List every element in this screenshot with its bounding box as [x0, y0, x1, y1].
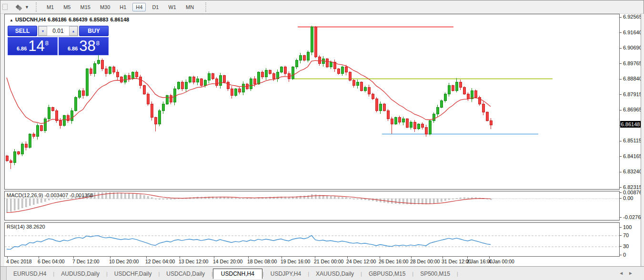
toolbar: ▼ M1M5M15M30H1H4D1W1MN — [0, 0, 644, 14]
time-axis-label: 12 Dec 04:00 — [145, 259, 175, 264]
selection-tool-icon[interactable] — [2, 4, 8, 10]
mt4-window: ▼ M1M5M15M30H1H4D1W1MN ▲USDCNH,H46.86186… — [0, 0, 644, 280]
price-axis-tick — [620, 32, 622, 33]
price-axis-label: 6.86965 — [623, 107, 642, 112]
rsi-label: RSI(14) 38.2620 — [7, 224, 45, 230]
price-axis-tick — [620, 48, 622, 49]
price-axis-tick — [620, 156, 622, 157]
macd-axis-tick — [620, 198, 622, 199]
rsi-axis-label: 70 — [623, 232, 629, 238]
timeframe-button-w1[interactable]: W1 — [165, 3, 180, 11]
window-right-edge — [641, 14, 644, 280]
price-axis[interactable]: 6.925656.916406.906906.897656.888406.879… — [620, 14, 641, 266]
new-order-icon[interactable] — [16, 4, 21, 10]
macd-label: MACD(12,26,9) -0.003407 -0.001358 — [7, 192, 93, 198]
toolbar-separator — [36, 2, 38, 12]
dropdown-caret-icon[interactable]: ▼ — [25, 5, 29, 10]
timeframe-button-m30[interactable]: M30 — [97, 3, 113, 11]
tab-scroll-arrows: ◄► — [619, 270, 638, 276]
price-axis-label: 6.84165 — [623, 153, 642, 159]
price-axis-tick — [620, 110, 622, 110]
price-axis-label: 6.91640 — [623, 30, 642, 35]
timeframe-button-h4[interactable]: H4 — [132, 3, 146, 11]
chart-tab-usdchf[interactable]: USDCHF,Daily — [108, 269, 159, 279]
tabs-holder: EURUSD,H4|AUDUSD,Daily|USDCHF,Daily|USDC… — [7, 268, 458, 279]
price-axis-tick — [620, 63, 622, 64]
rsi-axis-tick — [620, 235, 622, 236]
price-axis-tick — [620, 79, 622, 80]
main-chart-pane[interactable]: ▲USDCNH,H46.861866.864396.858836.86148 S… — [4, 14, 620, 190]
time-axis-label: 21 Dec 00:00 — [314, 259, 343, 264]
chart-tab-gbpusd[interactable]: GBPUSD,M15 — [362, 269, 412, 279]
rsi-chart[interactable] — [5, 223, 619, 256]
tab-scroll-right-icon[interactable]: ► — [628, 270, 638, 276]
timeframe-button-h1[interactable]: H1 — [116, 3, 130, 11]
rsi-indicator-pane[interactable]: RSI(14) 38.2620 — [4, 222, 620, 257]
rsi-axis-label: 30 — [623, 243, 629, 249]
chart-tab-usdjpy[interactable]: USDJPY,H4 — [264, 269, 308, 279]
timeframe-button-m15[interactable]: M15 — [77, 3, 93, 11]
ohlc-low: 6.85883 — [90, 17, 109, 22]
buy-button[interactable]: BUY — [79, 26, 109, 36]
macd-axis-label: 0.00 — [623, 195, 633, 201]
rsi-axis-tick — [620, 246, 622, 247]
macd-chart[interactable] — [5, 191, 619, 220]
sell-price-prefix: 6.86 — [17, 46, 27, 51]
macd-axis-tick — [620, 192, 622, 193]
time-axis-label: 4 Jan 00:00 — [488, 259, 514, 264]
chart-tab-audusd[interactable]: AUDUSD,Daily — [54, 269, 106, 279]
time-axis-label: 14 Dec 20:00 — [213, 259, 242, 264]
macd-axis-tick — [620, 217, 622, 218]
chart-tab-usdcad[interactable]: USDCAD,Daily — [160, 269, 211, 279]
buy-price-pip: 8 — [96, 40, 100, 47]
timeframe-button-group: M1M5M15M30H1H4D1W1MN — [42, 3, 199, 11]
collapse-panel-icon[interactable]: ▲ — [10, 18, 13, 22]
price-axis-tick — [620, 187, 622, 188]
timeframe-button-m1[interactable]: M1 — [43, 3, 57, 11]
symbol-label: USDCNH,H4 — [15, 17, 46, 22]
sell-price-tile[interactable]: 6.86 14 8 — [8, 37, 58, 55]
ohlc-close: 6.86148 — [110, 17, 129, 22]
price-axis-tick — [620, 172, 622, 172]
time-axis-label: 28 Dec 00:00 — [410, 259, 440, 264]
tab-scroll-left-icon[interactable]: ◄ — [619, 270, 628, 276]
price-axis-label: 6.90690 — [623, 45, 642, 50]
sell-price-pip: 8 — [45, 40, 49, 47]
toolbar-separator — [205, 2, 208, 12]
time-axis-label: 19 Dec 16:00 — [281, 259, 310, 264]
time-axis[interactable]: 4 Dec 20186 Dec 04:007 Dec 12:0010 Dec 2… — [4, 257, 620, 266]
chart-tab-xauusd[interactable]: XAUUSD,Daily — [309, 269, 361, 279]
chart-tab-sp500[interactable]: SP500,M15 — [413, 269, 457, 279]
volume-input[interactable] — [47, 26, 69, 36]
price-axis-tick — [620, 17, 622, 18]
time-axis-label: 10 Dec 20:00 — [109, 259, 139, 264]
chart-header: ▲USDCNH,H46.861866.864396.858836.86148 — [10, 17, 131, 22]
current-price-tag: 6.86148 — [620, 121, 641, 128]
timeframe-button-d1[interactable]: D1 — [149, 3, 162, 11]
buy-price-tile[interactable]: 6.86 38 8 — [59, 37, 109, 55]
chart-tab-eurusd[interactable]: EURUSD,H4 — [7, 269, 53, 279]
sell-button[interactable]: SELL — [8, 26, 37, 36]
time-axis-label: 26 Dec 16:00 — [379, 259, 408, 264]
timeframe-button-m5[interactable]: M5 — [60, 3, 74, 11]
volume-increase-button[interactable]: ▲ — [69, 26, 78, 36]
chart-tab-bar: EURUSD,H4|AUDUSD,Daily|USDCHF,Daily|USDC… — [0, 266, 644, 280]
sell-price-main: 14 — [28, 39, 44, 53]
time-axis-label: 18 Dec 08:00 — [247, 259, 277, 264]
price-axis-label: 6.88840 — [623, 76, 642, 81]
price-axis-label: 6.83240 — [623, 169, 642, 174]
rsi-axis-label: 100 — [623, 224, 632, 230]
chart-tab-usdcnh[interactable]: USDCNH,H4 — [213, 269, 262, 279]
ohlc-high: 6.86439 — [69, 17, 88, 22]
rsi-axis-tick — [620, 227, 622, 228]
price-axis-label: 6.85115 — [623, 138, 642, 143]
price-axis-label: 6.89765 — [623, 60, 642, 66]
timeframe-button-mn[interactable]: MN — [182, 3, 197, 11]
macd-indicator-pane[interactable]: MACD(12,26,9) -0.003407 -0.001358 — [4, 191, 620, 220]
time-axis-label: 13 Dec 12:00 — [179, 259, 208, 264]
time-axis-label: 24 Dec 12:00 — [346, 259, 376, 264]
volume-decrease-button[interactable]: ▼ — [39, 26, 47, 36]
buy-price-prefix: 6.86 — [68, 46, 78, 51]
price-axis-label: 6.82315 — [623, 184, 642, 190]
rsi-line — [7, 236, 491, 250]
